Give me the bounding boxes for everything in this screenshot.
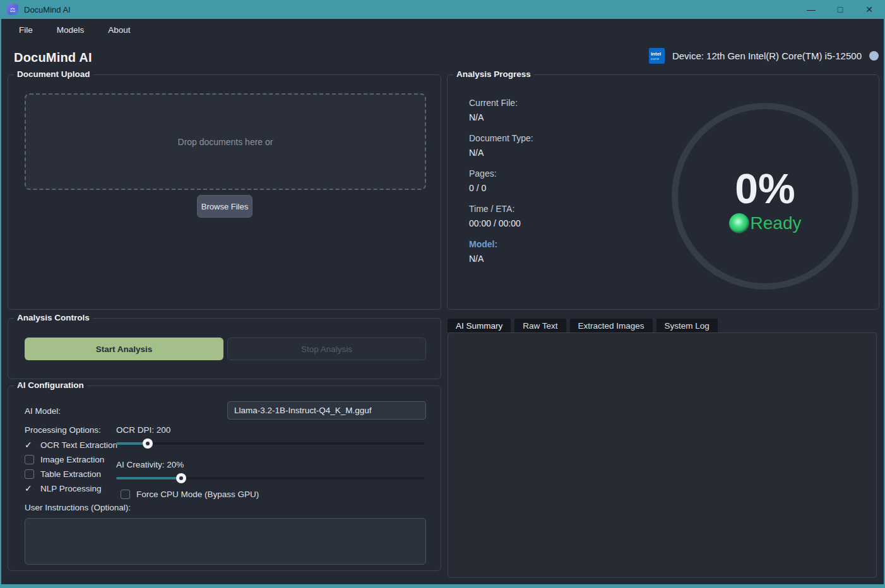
menu-bar: File Models About [1,19,884,40]
drop-zone-hint: Drop documents here or [178,137,273,147]
checkbox-table-extraction[interactable]: ✓ Table Extraction [25,467,101,480]
ai-model-label: AI Model: [25,406,61,416]
pages-field: Pages: 0 / 0 [469,167,533,194]
menu-file[interactable]: File [10,22,42,38]
checkbox-image-extraction[interactable]: ✓ Image Extraction [25,453,104,466]
analysis-progress-title: Analysis Progress [453,69,534,79]
ai-configuration-title: AI Configuration [14,380,87,390]
checkbox-ocr-text-extraction[interactable]: ✓ OCR Text Extraction [25,438,117,451]
checkbox-box [121,490,130,499]
ai-creativity-slider[interactable] [116,473,425,483]
ai-model-select[interactable]: Llama-3.2-1B-Instruct-Q4_K_M.gguf [227,401,426,420]
close-button[interactable]: ✕ [855,0,884,19]
tab-raw-text[interactable]: Raw Text [514,319,566,332]
analysis-controls-title: Analysis Controls [14,313,93,322]
model-field: Model: N/A [469,238,533,265]
document-upload-group: Document Upload Drop documents here or B… [8,74,441,310]
checkbox-force-cpu-mode[interactable]: ✓ Force CPU Mode (Bypass GPU) [121,488,259,500]
stop-analysis-button[interactable]: Stop Analysis [227,338,426,360]
tab-ai-summary[interactable]: AI Summary [448,319,511,332]
user-instructions-input[interactable] [25,518,426,565]
analysis-progress-group: Analysis Progress Current File: N/A Docu… [447,74,879,310]
app-window: ⚖ DocuMind AI — □ ✕ File Models About Do… [0,0,885,588]
start-analysis-button[interactable]: Start Analysis [25,338,223,360]
time-eta-field: Time / ETA: 00:00 / 00:00 [469,203,533,230]
page-title: DocuMind AI [14,50,92,65]
intel-core-icon: intel core [649,48,665,64]
document-upload-title: Document Upload [14,69,93,79]
title-bar[interactable]: ⚖ DocuMind AI — □ ✕ [1,0,884,19]
slider-fill [116,477,181,479]
menu-models[interactable]: Models [48,22,93,38]
document-type-field: Document Type: N/A [469,132,533,159]
check-icon: ✓ [25,484,35,493]
main-content: DocuMind AI intel core Device: 12th Gen … [1,40,884,584]
menu-about[interactable]: About [99,22,139,38]
maximize-button[interactable]: □ [826,0,855,19]
slider-handle[interactable] [143,438,153,449]
browse-files-button[interactable]: Browse Files [197,195,252,218]
app-logo-icon: ⚖ [7,4,18,15]
ocr-dpi-slider[interactable] [116,438,425,449]
ai-configuration-group: AI Configuration AI Model: Llama-3.2-1B-… [8,385,441,571]
ocr-dpi-label: OCR DPI: 200 [116,425,170,435]
slider-handle[interactable] [176,473,186,483]
progress-fields: Current File: N/A Document Type: N/A Pag… [469,97,533,273]
progress-percent: 0% [735,168,795,209]
current-file-field: Current File: N/A [469,97,533,124]
analysis-controls-group: Analysis Controls Start Analysis Stop An… [8,318,441,379]
window-title: DocuMind AI [24,5,71,15]
check-icon: ✓ [25,440,35,450]
user-instructions-label: User Instructions (Optional): [25,503,131,512]
status-ready-icon [729,213,749,233]
results-tab-bar: AI Summary Raw Text Extracted Images Sys… [448,319,722,332]
progress-ring: 0% Ready [672,103,858,290]
device-status-dot [869,51,879,61]
device-label: Device: 12th Gen Intel(R) Core(TM) i5-12… [672,50,862,61]
ai-creativity-label: AI Creativity: 20% [116,460,184,469]
checkbox-nlp-processing[interactable]: ✓ NLP Processing [25,482,102,495]
checkbox-box [25,455,34,464]
slider-track [116,442,425,445]
results-panel[interactable] [448,332,877,578]
device-info: intel core Device: 12th Gen Intel(R) Cor… [649,48,879,64]
checkbox-box [25,469,34,479]
processing-options-label: Processing Options: [25,425,101,435]
tab-system-log[interactable]: System Log [656,319,718,332]
file-drop-zone[interactable]: Drop documents here or [25,93,426,190]
tab-extracted-images[interactable]: Extracted Images [570,319,653,332]
status-text: Ready [751,213,802,233]
minimize-button[interactable]: — [797,0,826,19]
